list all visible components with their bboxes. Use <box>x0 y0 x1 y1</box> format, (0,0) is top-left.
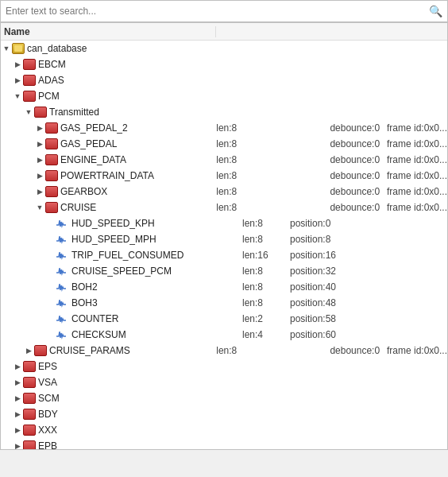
tree-row[interactable]: CRUISE len:8 debounce:0 frame id:0x0... <box>1 200 447 215</box>
row-label: HUD_SPEED_KPH <box>71 218 236 229</box>
len-value: len:8 <box>216 202 237 213</box>
expand-arrow[interactable] <box>12 363 23 370</box>
frame-value: frame id:0x0... <box>387 345 447 356</box>
sig-icon <box>56 218 69 229</box>
row-label: BOH2 <box>71 281 236 293</box>
frame-value: frame id:0x0... <box>387 202 447 213</box>
tree-row[interactable]: EPS <box>1 359 447 374</box>
row-label: ENGINE_DATA <box>60 154 210 165</box>
tree-row[interactable]: GAS_PEDAL len:8 debounce:0 frame id:0x0.… <box>1 136 447 152</box>
expand-arrow[interactable] <box>12 76 23 84</box>
node-icon <box>23 409 36 420</box>
tree-row[interactable]: HUD_SPEED_MPH len:8 position:8 <box>1 231 447 247</box>
pos-value: position:8 <box>290 234 330 245</box>
expand-arrow[interactable] <box>34 140 45 148</box>
sig-icon <box>56 234 69 245</box>
search-input[interactable] <box>6 6 429 17</box>
expand-arrow[interactable] <box>12 394 23 402</box>
tree-row[interactable]: GEARBOX len:8 debounce:0 frame id:0x0... <box>1 184 447 200</box>
expand-arrow[interactable] <box>23 108 34 116</box>
node-icon <box>23 425 36 436</box>
expand-arrow[interactable] <box>34 188 45 196</box>
tree-row[interactable]: GAS_PEDAL_2 len:8 debounce:0 frame id:0x… <box>1 120 447 136</box>
row-label: EBCM <box>38 59 236 70</box>
sig-icon <box>56 266 69 277</box>
row-label: GEARBOX <box>60 186 210 197</box>
search-bar[interactable]: 🔍 <box>0 0 448 22</box>
tree-row[interactable]: BDY <box>1 406 447 422</box>
expand-arrow[interactable] <box>1 45 12 52</box>
expand-arrow[interactable] <box>12 60 23 68</box>
tree-row[interactable]: EBCM <box>1 56 447 72</box>
debounce-value: debounce:0 <box>330 170 380 181</box>
row-label: CRUISE_PARAMS <box>49 345 210 356</box>
pos-value: position:0 <box>290 218 330 229</box>
len-value: len:8 <box>242 218 263 229</box>
tree-row[interactable]: BOH3 len:8 position:48 <box>1 295 447 311</box>
tree-row[interactable]: HUD_SPEED_KPH len:8 position:0 <box>1 215 447 231</box>
pos-value: position:48 <box>290 297 336 308</box>
row-label: EPB <box>38 440 236 450</box>
debounce-value: debounce:0 <box>330 138 380 149</box>
msg-icon <box>45 138 58 149</box>
tree-row[interactable]: CRUISE_PARAMS len:8 debounce:0 frame id:… <box>1 343 447 359</box>
expand-arrow[interactable] <box>34 156 45 164</box>
row-label: ADAS <box>38 75 236 86</box>
row-label: BDY <box>38 409 236 420</box>
row-label: can_database <box>27 43 236 54</box>
node-icon <box>23 91 36 102</box>
expand-arrow[interactable] <box>12 426 23 434</box>
expand-arrow[interactable] <box>12 442 23 450</box>
len-value: len:8 <box>216 138 237 149</box>
msg-icon <box>45 186 58 197</box>
tree-row[interactable]: COUNTER len:2 position:58 <box>1 311 447 327</box>
tree-row[interactable]: BOH2 len:8 position:40 <box>1 279 447 295</box>
expand-arrow[interactable] <box>23 347 34 355</box>
frame-value: frame id:0x0... <box>387 170 447 181</box>
tree-row[interactable]: can_database <box>1 41 447 56</box>
len-value: len:8 <box>216 154 237 165</box>
expand-arrow[interactable] <box>34 124 45 132</box>
tree-row[interactable]: VSA <box>1 374 447 390</box>
tree-row[interactable]: Transmitted <box>1 104 447 120</box>
debounce-value: debounce:0 <box>330 122 380 134</box>
expand-arrow[interactable] <box>12 92 23 100</box>
len-value: len:8 <box>216 122 237 134</box>
expand-arrow[interactable] <box>34 204 45 211</box>
tree-row[interactable]: ENGINE_DATA len:8 debounce:0 frame id:0x… <box>1 152 447 168</box>
tree-row[interactable]: SCM <box>1 390 447 406</box>
tree-row[interactable]: EPB <box>1 438 447 450</box>
tree-row[interactable]: ADAS <box>1 72 447 88</box>
row-label: GAS_PEDAL <box>60 138 210 149</box>
len-value: len:16 <box>242 250 268 261</box>
pos-value: position:60 <box>290 329 336 340</box>
msg-icon <box>34 345 47 356</box>
len-value: len:8 <box>242 234 263 245</box>
debounce-value: debounce:0 <box>330 345 380 356</box>
tree-row[interactable]: XXX <box>1 422 447 438</box>
frame-value: frame id:0x0... <box>387 186 447 197</box>
tree-row[interactable]: CHECKSUM len:4 position:60 <box>1 327 447 343</box>
expand-arrow[interactable] <box>12 410 23 418</box>
tree-row[interactable]: TRIP_FUEL_CONSUMED len:16 position:16 <box>1 247 447 263</box>
row-label: CRUISE <box>60 202 210 213</box>
msg-icon <box>45 154 58 165</box>
node-icon <box>23 377 36 388</box>
row-label: BOH3 <box>71 297 236 308</box>
tree-row[interactable]: POWERTRAIN_DATA len:8 debounce:0 frame i… <box>1 168 447 184</box>
len-value: len:8 <box>216 170 237 181</box>
node-icon <box>23 361 36 372</box>
sig-icon <box>56 250 69 261</box>
row-label: POWERTRAIN_DATA <box>60 170 210 181</box>
debounce-value: debounce:0 <box>330 154 380 165</box>
len-value: len:4 <box>242 329 263 340</box>
tree-row[interactable]: CRUISE_SPEED_PCM len:8 position:32 <box>1 263 447 279</box>
col-name: Name <box>1 26 216 37</box>
tree-row[interactable]: PCM <box>1 88 447 104</box>
frame-value: frame id:0x0... <box>387 138 447 149</box>
debounce-value: debounce:0 <box>330 202 380 213</box>
expand-arrow[interactable] <box>34 172 45 180</box>
tree-container: Name can_database EBCM <box>0 22 448 450</box>
expand-arrow[interactable] <box>12 378 23 386</box>
header-row: Name <box>1 23 447 41</box>
